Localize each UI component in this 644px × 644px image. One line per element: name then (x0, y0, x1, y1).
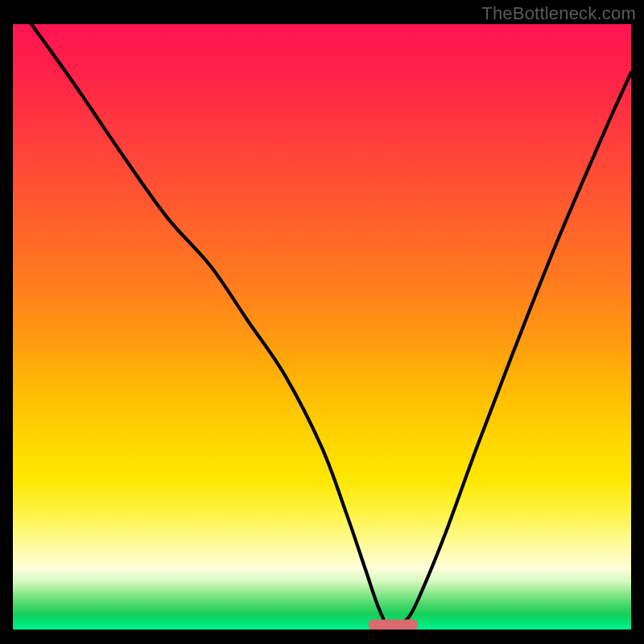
chart-frame: TheBottleneck.com (0, 0, 644, 644)
optimum-marker (369, 619, 418, 630)
watermark-text: TheBottleneck.com (481, 3, 636, 24)
curve-overlay (13, 24, 631, 630)
bottleneck-curve (31, 24, 631, 626)
plot-area (13, 24, 631, 630)
